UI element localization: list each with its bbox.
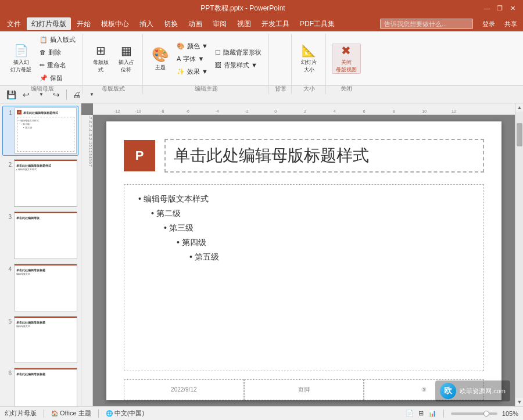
zoom-slider[interactable] <box>451 412 497 415</box>
insert-layout-button[interactable]: 📋 插入版式 <box>37 34 78 45</box>
group-label-background: 背景 <box>275 85 286 94</box>
ribbon-group-size: 📐 幻灯片大小 大小 <box>293 34 326 94</box>
themes-icon: 🎨 <box>152 46 169 63</box>
scroll-track[interactable] <box>515 112 523 398</box>
rename-button[interactable]: ✏ 重命名 <box>37 59 78 71</box>
menu-review[interactable]: 审阅 <box>208 17 231 30</box>
preserve-button[interactable]: 📌 保留 <box>37 72 78 84</box>
hide-bg-shapes-button[interactable]: ☐ 隐藏背景形状 <box>213 46 264 58</box>
toolbar-separator <box>66 89 67 100</box>
insert-slide-master-icon: 📄 <box>13 44 29 58</box>
ppt-logo: P <box>124 140 155 171</box>
insert-placeholder-button[interactable]: ▦ 插入占位符 <box>114 44 138 74</box>
bg-styles-button[interactable]: 🖼 背景样式 ▼ <box>213 59 264 71</box>
slide-canvas[interactable]: P 单击此处编辑母版标题样式 • 编辑母版文本样式 • 第二级 • 第三级 • … <box>106 121 501 400</box>
ribbon: 📄 插入幻灯片母版 📋 插入版式 🗑 删除 ✏ 重命名 <box>0 31 523 86</box>
menu-file[interactable]: 文件 <box>2 17 26 30</box>
title-bar: PPT教程.pptx - PowerPoint — ❐ ✕ <box>0 0 523 16</box>
print-preview-button[interactable]: 🖨 <box>70 88 83 101</box>
language-label: 🌐 中文(中国) <box>106 409 144 418</box>
view-normal-button[interactable]: 📄 <box>406 410 414 417</box>
save-button[interactable]: 💾 <box>5 88 17 101</box>
main-area: 1 P 单击此处编辑母版标题样式 • 编辑母版文本样式 • 第二级 • 第三级 … <box>0 103 523 406</box>
slide-thumb-6[interactable]: 6 单击此处编辑母版标题 <box>2 367 78 406</box>
fonts-button[interactable]: A 字体 ▼ <box>174 53 210 64</box>
restore-button[interactable]: ❐ <box>494 2 506 14</box>
menu-template[interactable]: 模板中心 <box>96 17 134 30</box>
menu-insert[interactable]: 插入 <box>135 17 158 30</box>
search-input[interactable] <box>380 19 473 29</box>
scroll-up-button[interactable]: ▲ <box>515 103 523 112</box>
footer-center[interactable]: 页脚 <box>244 379 364 400</box>
slide-size-button[interactable]: 📐 幻灯片大小 <box>298 44 321 74</box>
zoom-percent: 105% <box>502 410 518 417</box>
slide-thumb-5[interactable]: 5 单击此处编辑母版标题 编辑母版文本 <box>2 315 78 365</box>
ribbon-group-edit-theme: 🎨 主题 🎨 颜色 ▼ A 字体 ▼ ✨ 效果 ▼ <box>144 34 269 94</box>
menu-animation[interactable]: 动画 <box>184 17 207 30</box>
status-sep-1 <box>44 410 44 418</box>
group-label-size: 大小 <box>298 85 321 94</box>
delete-button[interactable]: 🗑 删除 <box>37 46 78 58</box>
effects-icon: ✨ <box>177 68 185 76</box>
minimize-button[interactable]: — <box>481 2 493 14</box>
status-sep-2 <box>98 410 99 418</box>
group-label-close: 关闭 <box>332 85 361 94</box>
close-master-view-button[interactable]: ✖ 关闭母版视图 <box>332 44 361 74</box>
view-sorter-button[interactable]: ⊞ <box>418 410 424 417</box>
ribbon-group-master-layout: ⊞ 母版版式 ▦ 插入占位符 母版版式 <box>84 34 143 94</box>
ribbon-group-background: 背景 <box>270 34 292 94</box>
themes-button[interactable]: 🎨 主题 <box>149 44 172 74</box>
menu-view[interactable]: 视图 <box>232 17 256 30</box>
share-button[interactable]: 共享 <box>501 19 521 30</box>
view-reading-button[interactable]: 📊 <box>428 410 436 417</box>
delete-icon: 🗑 <box>40 49 46 56</box>
ruler-horizontal: -12 -10 -8 -6 -4 -2 0 2 4 6 8 10 12 <box>93 103 515 115</box>
colors-icon: 🎨 <box>177 42 185 50</box>
menu-start[interactable]: 开始 <box>72 17 95 30</box>
watermark: 欧 欧菲资源网.com <box>435 380 510 401</box>
ruler-vertical: -7 -6 -5 -4 -3 -2 -1 0 1 2 3 4 5 6 7 <box>81 115 93 406</box>
scroll-thumb[interactable] <box>517 123 522 146</box>
ribbon-content: 📄 插入幻灯片母版 📋 插入版式 🗑 删除 ✏ 重命名 <box>0 31 523 94</box>
slide-thumb-3[interactable]: 3 单击此处编辑母版 <box>2 210 78 260</box>
group-label-edit-theme: 编辑主题 <box>149 85 264 94</box>
theme-name: 🏠 Office 主题 <box>51 409 91 418</box>
footer-date[interactable]: 2022/9/12 <box>124 379 244 400</box>
watermark-text: 欧菲资源网.com <box>460 387 506 396</box>
body-line-4: • 第四级 <box>177 235 474 250</box>
slide-thumb-4[interactable]: 4 单击此处编辑母版标题 编辑母版文本 <box>2 263 78 313</box>
menu-developer[interactable]: 开发工具 <box>257 17 294 30</box>
effects-button[interactable]: ✨ 效果 ▼ <box>174 66 210 77</box>
scroll-down-button[interactable]: ▼ <box>515 398 523 406</box>
status-right-area: 📄 ⊞ 📊 105% <box>406 410 518 418</box>
insert-layout-icon: 📋 <box>40 36 48 44</box>
slide-title[interactable]: 单击此处编辑母版标题样式 <box>164 139 484 173</box>
title-text: PPT教程.pptx - PowerPoint <box>5 3 481 13</box>
zoom-thumb[interactable] <box>483 411 489 417</box>
menu-slidemaster[interactable]: 幻灯片母版 <box>27 17 71 30</box>
ribbon-group-edit-master: 📄 插入幻灯片母版 📋 插入版式 🗑 删除 ✏ 重命名 <box>2 34 83 94</box>
colors-button[interactable]: 🎨 颜色 ▼ <box>174 40 210 52</box>
canvas-area: -12 -10 -8 -6 -4 -2 0 2 4 6 8 10 12 -7 -… <box>81 103 515 406</box>
rename-icon: ✏ <box>40 62 45 69</box>
fonts-icon: A <box>177 55 181 62</box>
customize-toolbar-button[interactable]: ▼ <box>85 88 98 101</box>
login-button[interactable]: 登录 <box>479 19 499 30</box>
slide-thumb-1[interactable]: 1 P 单击此处编辑母版标题样式 • 编辑母版文本样式 • 第二级 • 第三级 <box>2 106 78 156</box>
slide-thumb-2[interactable]: 2 单击此处编辑母版标题样式 • 编辑母版文本样式 <box>2 158 78 208</box>
slide-header: P 单击此处编辑母版标题样式 <box>124 139 484 173</box>
menu-pdf[interactable]: PDF工具集 <box>295 17 339 30</box>
insert-placeholder-icon: ▦ <box>118 44 134 58</box>
vertical-scrollbar[interactable]: ▲ ▼ <box>515 103 523 406</box>
slide-size-icon: 📐 <box>301 44 317 58</box>
status-bar: 幻灯片母版 🏠 Office 主题 🌐 中文(中国) 📄 ⊞ 📊 105% <box>0 406 523 420</box>
redo-button[interactable]: ↪ <box>50 88 63 101</box>
slide-body[interactable]: • 编辑母版文本样式 • 第二级 • 第三级 • 第四级 • 第五级 <box>124 184 484 371</box>
insert-slide-master-button[interactable]: 📄 插入幻灯片母版 <box>7 44 35 74</box>
close-button[interactable]: ✕ <box>507 2 518 14</box>
master-layout-button[interactable]: ⊞ 母版版式 <box>89 44 112 74</box>
hide-bg-shapes-icon: ☐ <box>215 49 221 56</box>
undo-dropdown[interactable]: ▼ <box>35 88 48 101</box>
menu-transition[interactable]: 切换 <box>159 17 182 30</box>
undo-button[interactable]: ↩ <box>20 88 33 101</box>
